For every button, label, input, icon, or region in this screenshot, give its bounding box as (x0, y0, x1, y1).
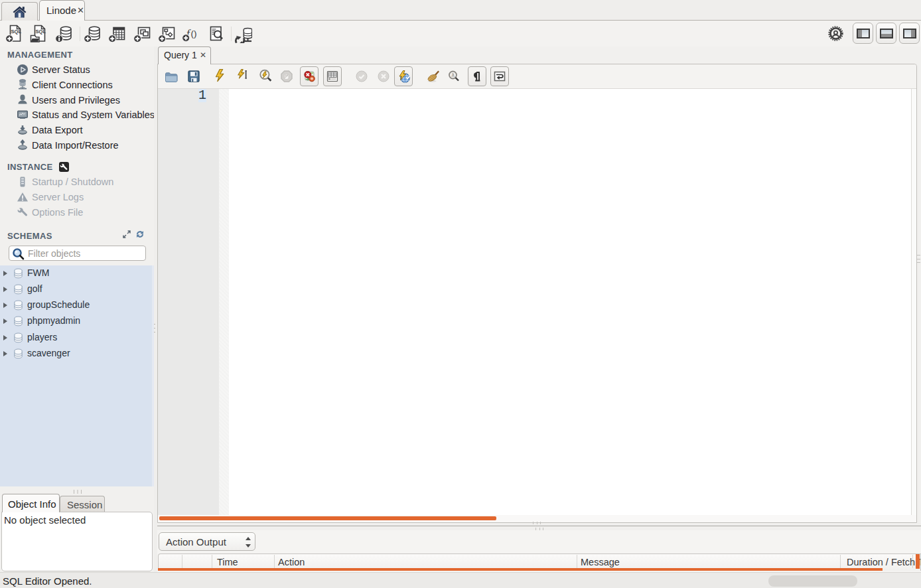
svg-text:SQL: SQL (36, 29, 46, 35)
svg-text:(): () (191, 29, 197, 38)
svg-text:SQL: SQL (11, 29, 22, 35)
svg-text:A: A (452, 73, 455, 78)
